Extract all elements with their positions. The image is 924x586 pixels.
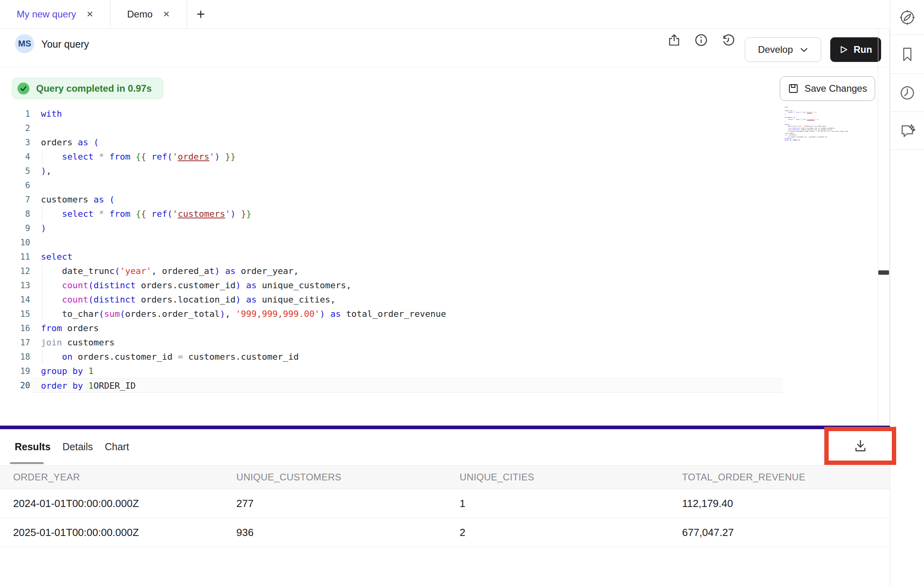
develop-dropdown[interactable]: Develop	[745, 37, 821, 62]
code-line[interactable]: select	[32, 250, 878, 264]
highlight-annotation	[824, 427, 896, 465]
scrollbar-thumb[interactable]	[878, 270, 889, 275]
line-number: 9	[0, 221, 32, 235]
table-cell: 936	[236, 526, 460, 539]
chevron-down-icon	[800, 47, 808, 52]
results-table: ORDER_YEARUNIQUE_CUSTOMERSUNIQUE_CITIEST…	[0, 465, 891, 547]
info-icon[interactable]	[694, 33, 709, 48]
code-line[interactable]: from orders	[32, 321, 878, 335]
active-tab-underline	[10, 462, 44, 464]
minimap-line: to_char(sum(orders.order_total), '999,99…	[785, 131, 848, 132]
status-message: Query completed in 0.97s	[36, 83, 152, 94]
code-line[interactable]: )	[32, 221, 878, 235]
indent-guide	[42, 278, 43, 293]
line-number: 11	[0, 250, 32, 264]
indent-guide	[42, 150, 43, 164]
ai-chat-icon	[898, 121, 916, 140]
query-toolbar: MS Your query Develop	[0, 29, 890, 67]
develop-label: Develop	[758, 44, 793, 55]
code-line[interactable]: ),	[32, 164, 878, 178]
new-tab-button[interactable]: +	[187, 0, 215, 28]
tab-my-new-query[interactable]: My new query ✕	[0, 0, 110, 28]
right-sidebar	[890, 0, 924, 586]
code-line[interactable]: with	[32, 107, 878, 121]
avatar: MS	[15, 34, 34, 53]
line-number: 8	[0, 207, 32, 221]
code-line[interactable]: date_trunc('year', ordered_at) as order_…	[32, 264, 878, 278]
sql-editor[interactable]: 1234567891011121314151617181920 withorde…	[0, 101, 878, 426]
indent-guide	[42, 207, 43, 221]
code-line[interactable]: order by 1ORDER_ID	[32, 378, 783, 393]
table-cell: 1	[460, 497, 682, 510]
line-number: 18	[0, 350, 32, 364]
sidebar-item-history[interactable]	[890, 74, 924, 112]
line-number: 14	[0, 293, 32, 307]
table-cell: 2024-01-01T00:00:00.000Z	[13, 497, 236, 510]
indent-guide	[42, 293, 43, 307]
indent-guide	[42, 307, 43, 321]
code-line[interactable]: to_char(sum(orders.order_total), '999,99…	[32, 307, 878, 321]
save-label: Save Changes	[804, 83, 867, 94]
line-number-gutter: 1234567891011121314151617181920	[0, 107, 32, 393]
play-icon	[839, 45, 848, 54]
status-badge: Query completed in 0.97s	[12, 78, 163, 99]
sidebar-item-explore[interactable]	[890, 0, 924, 35]
close-icon[interactable]: ✕	[163, 10, 170, 18]
download-button[interactable]	[852, 437, 869, 455]
code-line[interactable]: group by 1	[32, 364, 878, 378]
run-label: Run	[854, 44, 872, 55]
tab-demo[interactable]: Demo ✕	[110, 0, 187, 28]
line-number: 20	[0, 378, 32, 393]
page-title: Your query	[41, 39, 89, 50]
line-number: 1	[0, 107, 32, 121]
line-number: 17	[0, 335, 32, 350]
line-number: 15	[0, 307, 32, 321]
code-line[interactable]	[32, 178, 878, 193]
tab-label: Demo	[127, 9, 153, 20]
code-line[interactable]: count(distinct orders.location_id) as un…	[32, 293, 878, 307]
code-lines[interactable]: withorders as ( select * from {{ ref('or…	[32, 107, 878, 393]
table-cell: 2025-01-01T00:00:00.000Z	[13, 526, 236, 539]
results-tab-bar: Results Details Chart	[0, 429, 890, 465]
code-line[interactable]: select * from {{ ref('customers') }}	[32, 207, 878, 221]
close-icon[interactable]: ✕	[86, 10, 93, 18]
share-icon[interactable]	[667, 33, 682, 48]
tab-results[interactable]: Results	[15, 441, 50, 453]
download-icon	[853, 438, 868, 453]
code-line[interactable]	[32, 235, 878, 250]
tab-chart[interactable]: Chart	[105, 441, 129, 453]
check-circle-icon	[17, 82, 30, 95]
table-cell: 677,047.27	[682, 526, 891, 539]
code-line[interactable]	[32, 121, 878, 135]
column-header: ORDER_YEAR	[13, 472, 236, 483]
line-number: 4	[0, 150, 32, 164]
pane-resize-divider[interactable]	[0, 426, 890, 429]
line-number: 12	[0, 264, 32, 278]
table-cell: 277	[236, 497, 460, 510]
tab-label: My new query	[17, 9, 76, 20]
code-line[interactable]: customers as (	[32, 193, 878, 207]
line-number: 5	[0, 164, 32, 178]
sidebar-item-bookmarks[interactable]	[890, 35, 924, 74]
indent-guide	[42, 350, 43, 364]
editor-minimap[interactable]: withorders as ( select * from {{ ref('or…	[785, 106, 848, 143]
history-icon[interactable]	[721, 33, 736, 48]
line-number: 7	[0, 193, 32, 207]
tab-details[interactable]: Details	[62, 441, 93, 453]
app-window: My new query ✕ Demo ✕ + MS Your query	[0, 0, 924, 586]
run-button[interactable]: Run	[830, 37, 881, 62]
sidebar-item-ai-assistant[interactable]	[890, 112, 924, 150]
table-header-row: ORDER_YEARUNIQUE_CUSTOMERSUNIQUE_CITIEST…	[0, 465, 891, 489]
column-header: TOTAL_ORDER_REVENUE	[682, 472, 891, 483]
compass-icon	[899, 9, 916, 26]
table-row: 2025-01-01T00:00:00.000Z9362677,047.27	[0, 518, 891, 547]
code-line[interactable]: count(distinct orders.customer_id) as un…	[32, 278, 878, 293]
save-changes-button[interactable]: Save Changes	[780, 76, 875, 101]
code-line[interactable]: orders as (	[32, 135, 878, 150]
line-number: 10	[0, 235, 32, 250]
clock-icon	[899, 84, 916, 102]
code-line[interactable]: select * from {{ ref('orders') }}	[32, 150, 878, 164]
bookmark-icon	[899, 46, 916, 63]
code-line[interactable]: on orders.customer_id = customers.custom…	[32, 350, 878, 364]
code-line[interactable]: join customers	[32, 335, 878, 350]
